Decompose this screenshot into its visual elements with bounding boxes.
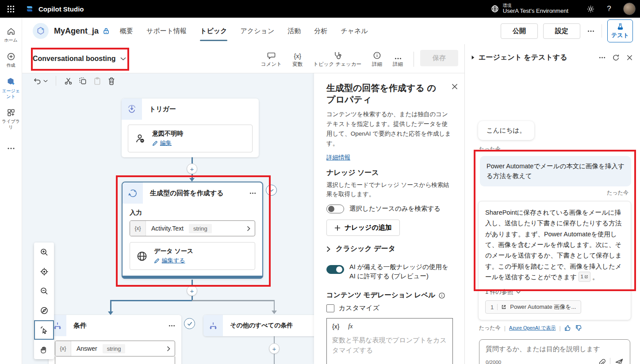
formula-icon[interactable]: fx [348, 323, 353, 330]
details-info-button[interactable]: 詳細 [368, 48, 387, 69]
data-source-title: データ ソース [154, 247, 193, 255]
copy-button[interactable] [79, 77, 87, 85]
else-condition-node[interactable]: その他のすべての条件 [203, 315, 314, 336]
comments-button[interactable]: コメント [257, 48, 286, 69]
node-title: 条件 [66, 322, 87, 330]
trigger-node[interactable]: トリガー 意図不明時 編集 [122, 99, 259, 157]
topic-checker-button[interactable]: トピック チェッカー [309, 48, 366, 69]
node-more-icon[interactable] [169, 325, 181, 327]
attachment-icon[interactable] [598, 358, 606, 364]
data-source-card[interactable]: データ ソース 編集する [130, 242, 255, 270]
trigger-item[interactable]: 意図不明時 編集 [128, 125, 253, 152]
sidebar-item-create[interactable]: 作成 [0, 49, 22, 74]
citation-chip[interactable]: 1 Power Automate 画像を... [485, 300, 581, 314]
test-button[interactable]: テスト [607, 19, 633, 42]
authoring-canvas[interactable]: トリガー 意図不明時 編集 + [22, 73, 314, 364]
waffle-icon[interactable] [0, 0, 21, 18]
pencil-icon [154, 258, 160, 264]
citation-sup-chip[interactable]: 1 [579, 272, 590, 281]
delete-button[interactable] [107, 77, 115, 85]
publish-button[interactable]: 公開 [501, 23, 538, 39]
tab-analytics[interactable]: 分析 [314, 18, 327, 44]
lock-edit-icon[interactable] [102, 27, 110, 35]
details-more-button[interactable]: 詳細 [388, 48, 407, 69]
settings-gear-icon[interactable] [583, 0, 598, 18]
sidebar-item-home[interactable]: ホーム [0, 24, 22, 49]
app-logo[interactable]: Copilot Studio [25, 4, 84, 14]
general-knowledge-toggle[interactable] [326, 265, 344, 274]
app-name: Copilot Studio [38, 5, 84, 13]
input-label: 入力 [130, 209, 255, 217]
prompt-customize-input[interactable]: {x} fx 変数と平易な表現でプロンプトをカスタマイズする [326, 318, 453, 364]
node-more-icon[interactable] [249, 192, 262, 194]
send-icon[interactable] [615, 358, 624, 364]
collapse-panel-icon[interactable] [471, 55, 475, 60]
plus-icon [334, 225, 341, 231]
learn-more-link[interactable]: 詳細情報 [326, 154, 350, 162]
zoom-out-button[interactable] [34, 281, 54, 301]
tab-activity[interactable]: 活動 [287, 18, 301, 44]
generative-answers-node[interactable]: 生成型の回答を作成する 入力 {x} Activity.Text string … [122, 182, 263, 279]
variables-icon[interactable]: {x} [332, 323, 339, 330]
sidebar-item-library[interactable]: ライブラリ [0, 105, 22, 136]
help-icon[interactable]: ? [601, 0, 617, 18]
condition-node[interactable]: 条件 {x} Answer string [49, 315, 181, 364]
pan-hand-button[interactable] [34, 340, 54, 359]
references-expander[interactable]: 1 件の参照 [485, 288, 624, 296]
divider [414, 52, 414, 67]
answer-field[interactable]: {x} Answer string [55, 341, 175, 356]
data-source-edit-link[interactable]: 編集する [154, 257, 193, 265]
search-selected-sources-toggle[interactable] [326, 205, 344, 213]
variables-button[interactable]: {x} 変数 [288, 48, 307, 69]
condition-operator-row[interactable] [55, 356, 175, 364]
avatar[interactable] [623, 3, 636, 15]
bot-greeting-bubble: こんにちは。 [478, 121, 534, 140]
add-knowledge-button[interactable]: ナレッジの追加 [326, 220, 400, 236]
minimap-compass-button[interactable] [34, 301, 54, 320]
settings-button[interactable]: 設定 [543, 23, 580, 39]
zoom-in-button[interactable] [34, 243, 54, 262]
sidebar-more-icon[interactable] [7, 147, 15, 150]
classic-data-expander[interactable]: クラシック データ [326, 244, 453, 254]
tab-actions[interactable]: アクション [241, 18, 275, 44]
refresh-icon[interactable] [612, 54, 620, 61]
close-icon[interactable] [451, 83, 458, 90]
variables-icon: {x} [294, 51, 301, 60]
save-button[interactable]: 保存 [420, 50, 458, 66]
thumbs-down-icon[interactable] [575, 325, 582, 331]
header-more-icon[interactable] [586, 30, 596, 32]
condition-check-icon[interactable] [184, 318, 195, 329]
add-node-button[interactable]: + [269, 343, 280, 354]
tab-overview[interactable]: 概要 [120, 18, 133, 44]
agent-hexagon-icon [6, 77, 16, 87]
tab-topics[interactable]: トピック [200, 18, 227, 44]
chat-input[interactable]: 質問するか、または目的を説明します 0/2000 [479, 339, 630, 364]
chevron-right-icon[interactable] [247, 226, 255, 231]
thumbs-up-icon[interactable] [564, 325, 571, 331]
select-cursor-button[interactable] [34, 320, 54, 340]
chevron-right-icon[interactable] [167, 346, 175, 352]
activity-text-field[interactable]: {x} Activity.Text string [130, 220, 255, 236]
customize-checkbox-row[interactable]: カスタマイズ [326, 304, 453, 312]
add-node-button[interactable]: + [187, 285, 197, 296]
customize-checkbox[interactable] [326, 304, 334, 312]
info-icon[interactable] [438, 292, 445, 299]
close-icon[interactable] [626, 54, 633, 61]
topic-selector[interactable]: Conversational boosting [33, 55, 126, 63]
top-app-bar: Copilot Studio 環境 UserA Test's Environme… [0, 0, 640, 18]
undo-button[interactable] [33, 77, 48, 85]
environment-picker[interactable]: 環境 UserA Test's Environment [491, 3, 568, 15]
pencil-icon [152, 140, 158, 146]
cut-button[interactable] [64, 77, 73, 85]
tab-support[interactable]: サポート情報 [146, 18, 187, 44]
add-node-button[interactable]: + [187, 163, 197, 174]
panel-more-icon[interactable] [599, 57, 606, 59]
azure-openai-link[interactable]: Azure OpenAI で表示 [509, 325, 556, 331]
collapse-node-icon[interactable] [266, 185, 277, 196]
sidebar-item-agents[interactable]: エージェント [0, 74, 22, 105]
prompt-placeholder: 変数と平易な表現でプロンプトをカスタマイズする [332, 335, 447, 355]
trigger-edit-link[interactable]: 編集 [152, 139, 183, 147]
paste-button[interactable] [93, 77, 101, 85]
tab-channels[interactable]: チャネル [341, 18, 368, 44]
center-canvas-button[interactable] [34, 262, 54, 281]
